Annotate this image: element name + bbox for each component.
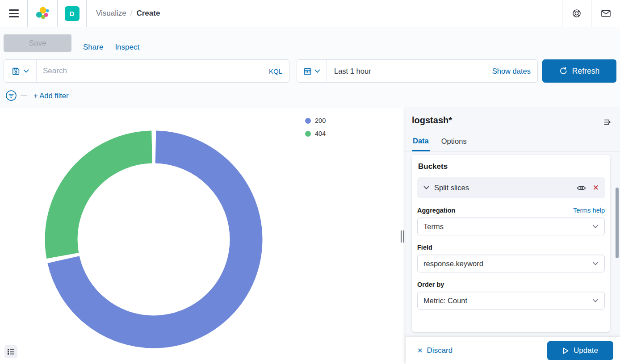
toggle-visibility-button[interactable] <box>577 184 586 192</box>
calendar-icon <box>303 67 312 75</box>
filter-bar: + Add filter <box>0 83 620 109</box>
visualization-area: 200 404 <box>0 109 406 364</box>
eye-icon <box>577 184 586 192</box>
buckets-title: Buckets <box>418 162 605 171</box>
breadcrumb-separator: / <box>130 9 133 18</box>
refresh-icon <box>559 67 568 75</box>
hamburger-icon <box>9 9 19 11</box>
header-left: D Visualize / Create <box>0 0 160 27</box>
tab-options[interactable]: Options <box>440 137 468 151</box>
panel-tabs: Data Options <box>406 137 620 151</box>
split-slices-accordion[interactable]: Split slices ✕ <box>417 177 605 198</box>
refresh-label: Refresh <box>572 67 599 76</box>
kibana-app: D Visualize / Create <box>0 0 620 364</box>
remove-bucket-button[interactable]: ✕ <box>593 184 599 192</box>
list-icon <box>7 348 15 356</box>
split-slices-label: Split slices <box>434 184 469 192</box>
breadcrumb-visualize[interactable]: Visualize <box>96 9 126 18</box>
panel-header: logstash* <box>406 109 620 130</box>
order-by-head: Order by <box>417 281 605 288</box>
kql-button[interactable]: KQL <box>262 60 289 82</box>
header-right <box>562 0 620 27</box>
filter-icon <box>5 90 17 101</box>
chevron-down-icon <box>23 69 29 73</box>
panel-resize-handle[interactable] <box>401 230 404 243</box>
chevron-down-icon <box>592 225 599 229</box>
index-pattern-title: logstash* <box>412 115 452 126</box>
share-button[interactable]: Share <box>83 43 103 52</box>
update-label: Update <box>574 346 598 355</box>
close-icon: ✕ <box>417 347 423 355</box>
chevron-down-icon <box>423 186 429 190</box>
save-button[interactable]: Save <box>4 34 71 52</box>
chart-legend: 200 404 <box>305 117 326 137</box>
filter-dash <box>21 95 27 96</box>
newsfeed-button[interactable] <box>591 0 620 27</box>
field-value: response.keyword <box>423 259 483 268</box>
field-head: Field <box>417 244 605 251</box>
order-by-label: Order by <box>417 281 444 288</box>
field-label: Field <box>417 244 432 251</box>
time-range-value[interactable]: Last 1 hour <box>334 67 371 75</box>
menu-right-icon <box>603 118 612 126</box>
save-query-icon <box>12 67 20 75</box>
aggregation-value: Terms <box>423 222 444 231</box>
panel-action-bar: ✕ Discard Update <box>406 337 620 364</box>
update-button[interactable]: Update <box>547 341 613 360</box>
add-filter-link[interactable]: + Add filter <box>34 92 68 100</box>
menu-hamburger-button[interactable] <box>0 0 27 27</box>
breadcrumb: Visualize / Create <box>87 0 160 27</box>
legend-dot-404 <box>305 131 311 137</box>
refresh-button[interactable]: Refresh <box>542 59 616 83</box>
show-dates-link[interactable]: Show dates <box>492 67 537 75</box>
terms-help-link[interactable]: Terms help <box>573 207 605 214</box>
tab-data[interactable]: Data <box>412 137 430 151</box>
nav-band: Save Share Inspect KQL <box>0 27 620 109</box>
field-group: Field response.keyword <box>417 244 605 272</box>
elastic-logo-icon <box>35 6 50 21</box>
discard-label: Discard <box>427 346 453 355</box>
filter-options-button[interactable] <box>5 90 17 101</box>
space-avatar: D <box>65 6 80 21</box>
mail-icon <box>601 9 611 18</box>
date-quick-select-button[interactable] <box>297 60 327 82</box>
help-icon <box>572 8 582 18</box>
aggregation-group: Aggregation Terms help Terms <box>417 207 605 235</box>
order-by-group: Order by Metric: Count <box>417 281 605 310</box>
query-bar: KQL Last 1 hour Show dates <box>0 59 620 83</box>
legend-dot-200 <box>305 118 311 124</box>
inspect-button[interactable]: Inspect <box>115 43 139 52</box>
legend-toggle-button[interactable] <box>4 345 17 358</box>
legend-item-200[interactable]: 200 <box>305 117 326 124</box>
legend-label: 404 <box>315 130 326 137</box>
order-by-value: Metric: Count <box>423 297 467 305</box>
accordion-actions: ✕ <box>577 184 599 192</box>
space-avatar-button[interactable]: D <box>58 0 86 27</box>
legend-item-404[interactable]: 404 <box>305 130 326 137</box>
elastic-logo-button[interactable] <box>28 0 57 27</box>
chevron-down-icon <box>314 69 320 73</box>
aggregation-label: Aggregation <box>417 207 455 214</box>
search-group: KQL <box>4 59 289 83</box>
legend-label: 200 <box>315 117 326 124</box>
toolbar-row: Save Share Inspect <box>0 27 620 59</box>
data-config-panel: logstash* Data Options Buckets <box>406 109 620 364</box>
breadcrumb-create: Create <box>136 9 160 18</box>
date-picker-group: Last 1 hour Show dates <box>297 59 538 83</box>
order-by-select[interactable]: Metric: Count <box>417 292 605 310</box>
top-header: D Visualize / Create <box>0 0 620 27</box>
collapse-panel-button[interactable] <box>603 115 613 130</box>
search-input[interactable] <box>37 60 262 82</box>
panel-body: Buckets Split slices <box>406 151 620 337</box>
aggregation-select[interactable]: Terms <box>417 218 605 235</box>
discard-button[interactable]: ✕ Discard <box>417 346 452 355</box>
main-content: 200 404 logstash* <box>0 109 620 364</box>
saved-query-button[interactable] <box>4 60 37 82</box>
help-button[interactable] <box>562 0 591 27</box>
buckets-card: Buckets Split slices <box>412 155 610 332</box>
field-select[interactable]: response.keyword <box>417 255 605 272</box>
panel-scrollbar-thumb[interactable] <box>616 188 619 258</box>
aggregation-head: Aggregation Terms help <box>417 207 605 214</box>
chevron-down-icon <box>592 262 599 266</box>
play-icon <box>562 347 569 355</box>
